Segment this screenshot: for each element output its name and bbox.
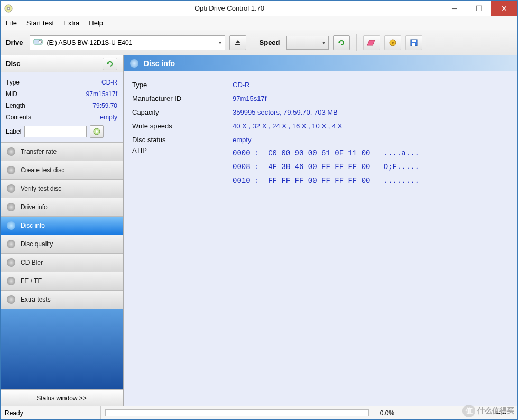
svg-point-3 (39, 40, 42, 43)
settings-button[interactable] (384, 35, 401, 50)
svg-rect-11 (412, 40, 416, 42)
status-ready: Ready (1, 406, 101, 419)
sidebar: Disc TypeCD-R MID97m15s17f Length79:59.7… (1, 55, 123, 406)
window-title: Opti Drive Control 1.70 (16, 4, 442, 12)
menu-file[interactable]: File (6, 19, 17, 27)
svg-marker-7 (367, 40, 375, 45)
menu-start-test[interactable]: Start test (26, 19, 54, 27)
toolbar: Drive (E:) ASUS BW-12D1S-U E401 ▾ Speed … (1, 30, 517, 55)
sidebar-item-verify-test-disc[interactable]: Verify test disc (1, 180, 123, 198)
drive-select[interactable]: (E:) ASUS BW-12D1S-U E401 ▾ (30, 35, 225, 50)
info-row-disc-status: Disc statusempty (132, 133, 509, 146)
svg-rect-12 (412, 43, 415, 46)
info-row-capacity: Capacity359995 sectors, 79:59.70, 703 MB (132, 105, 509, 119)
disc-header-label: Disc (6, 60, 20, 68)
svg-point-9 (392, 42, 394, 44)
refresh-disc-button[interactable] (103, 58, 117, 70)
disc-row-mid: MID97m15s17f (6, 88, 117, 100)
svg-point-1 (7, 7, 10, 10)
sidebar-item-extra-tests[interactable]: Extra tests (1, 291, 123, 309)
disc-icon (7, 166, 15, 174)
status-window-toggle[interactable]: Status window >> (1, 390, 123, 406)
menu-help[interactable]: Help (89, 19, 103, 27)
info-row-manufacturer: Manufacturer ID97m15s17f (132, 91, 509, 105)
sidebar-item-cd-bler[interactable]: CD Bler (1, 254, 123, 272)
speed-select[interactable]: ▾ (286, 36, 329, 50)
maximize-button[interactable]: ☐ (467, 1, 491, 16)
disc-icon (7, 258, 15, 267)
sidebar-item-transfer-rate[interactable]: Transfer rate (1, 143, 123, 161)
drive-label: Drive (6, 39, 23, 46)
disc-icon (7, 295, 15, 304)
eject-button[interactable] (229, 35, 246, 50)
app-icon (1, 4, 16, 13)
refresh-button[interactable] (333, 35, 350, 50)
progress-bar (105, 409, 369, 416)
drive-icon (33, 38, 43, 47)
sidebar-fill (1, 309, 123, 390)
erase-button[interactable] (363, 35, 380, 50)
svg-point-15 (96, 130, 98, 133)
watermark: 值什么值得买 (462, 405, 514, 417)
content-title: Disc info (144, 59, 175, 68)
atip-line: 0010 : FF FF FF 00 FF FF FF 00 ........ (233, 174, 509, 188)
speed-label: Speed (260, 39, 280, 46)
disc-row-length: Length79:59.70 (6, 100, 117, 111)
sidebar-item-create-test-disc[interactable]: Create test disc (1, 161, 123, 180)
disc-icon (130, 59, 138, 68)
save-button[interactable] (405, 35, 422, 50)
disc-icon (7, 147, 15, 156)
titlebar: Opti Drive Control 1.70 ─ ☐ ✕ (1, 1, 517, 16)
disc-summary: TypeCD-R MID97m15s17f Length79:59.70 Con… (1, 72, 123, 143)
chevron-down-icon: ▾ (219, 40, 221, 45)
sidebar-item-disc-info[interactable]: Disc info (1, 217, 123, 235)
drive-value: (E:) ASUS BW-12D1S-U E401 (47, 39, 133, 46)
svg-rect-5 (235, 44, 240, 45)
separator (356, 34, 357, 51)
progress-pct: 0.0% (380, 409, 394, 417)
svg-marker-4 (235, 40, 240, 43)
write-label-button[interactable] (90, 125, 104, 138)
disc-row-type: TypeCD-R (6, 77, 117, 88)
disc-icon (7, 184, 15, 193)
disc-icon (7, 203, 15, 211)
close-button[interactable]: ✕ (491, 1, 517, 16)
label-label: Label (6, 128, 21, 135)
menu-extra[interactable]: Extra (63, 19, 79, 27)
sidebar-item-drive-info[interactable]: Drive info (1, 198, 123, 217)
status-progress: 0.0% (101, 406, 401, 419)
minimize-button[interactable]: ─ (442, 1, 467, 16)
label-input[interactable] (24, 126, 87, 137)
main-area: Disc TypeCD-R MID97m15s17f Length79:59.7… (1, 55, 517, 406)
separator (253, 34, 253, 51)
info-row-atip: ATIP 0000 : C0 00 90 00 61 0F 11 00 ....… (132, 146, 509, 160)
atip-line: 0008 : 4F 3B 46 00 FF FF FF 00 O;F..... (233, 160, 509, 174)
disc-row-contents: Contentsempty (6, 111, 117, 123)
disc-section-header: Disc (1, 55, 123, 72)
disc-icon (7, 240, 15, 248)
statusbar: Ready 0.0% --:-- (1, 406, 517, 419)
content-body: TypeCD-R Manufacturer ID97m15s17f Capaci… (124, 71, 517, 406)
menubar: File Start test Extra Help (1, 16, 517, 30)
info-row-type: TypeCD-R (132, 78, 509, 91)
sidebar-item-disc-quality[interactable]: Disc quality (1, 235, 123, 254)
disc-icon (7, 277, 15, 285)
content-panel: Disc info TypeCD-R Manufacturer ID97m15s… (123, 55, 517, 406)
info-row-write-speeds: Write speeds40 X , 32 X , 24 X , 16 X , … (132, 119, 509, 133)
sidebar-item-fe-te[interactable]: FE / TE (1, 272, 123, 291)
disc-icon (7, 221, 15, 230)
content-header: Disc info (124, 55, 517, 71)
